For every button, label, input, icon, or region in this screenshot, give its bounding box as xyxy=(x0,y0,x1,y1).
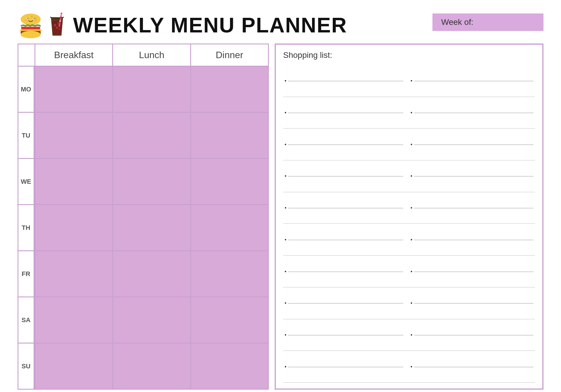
su-breakfast[interactable] xyxy=(34,344,112,389)
svg-point-8 xyxy=(25,19,27,21)
item-line xyxy=(288,208,403,208)
main-content: Breakfast Lunch Dinner MO TU WE xyxy=(18,44,543,390)
tu-breakfast[interactable] xyxy=(34,113,112,158)
bullet-icon: • xyxy=(285,173,286,179)
shopping-item[interactable]: • xyxy=(409,97,535,129)
item-line xyxy=(414,145,534,145)
su-dinner[interactable] xyxy=(190,344,268,389)
shopping-item[interactable]: • xyxy=(283,319,409,351)
shopping-item[interactable]: • xyxy=(409,224,535,256)
lunch-header: Lunch xyxy=(112,44,190,66)
item-line xyxy=(414,303,534,303)
bullet-icon: • xyxy=(285,110,286,116)
bullet-icon: • xyxy=(411,142,412,148)
shopping-item[interactable]: • xyxy=(409,192,535,224)
day-label-mo: MO xyxy=(18,67,34,112)
mo-dinner[interactable] xyxy=(190,67,268,112)
shopping-item[interactable]: • xyxy=(409,160,535,192)
su-lunch[interactable] xyxy=(112,344,190,389)
breakfast-header: Breakfast xyxy=(34,44,112,66)
we-dinner[interactable] xyxy=(190,159,268,204)
shopping-item[interactable]: • xyxy=(283,160,409,192)
fr-lunch[interactable] xyxy=(112,251,190,296)
mo-lunch[interactable] xyxy=(112,67,190,112)
day-label-col-header xyxy=(18,44,34,66)
planner-header-row: Breakfast Lunch Dinner xyxy=(18,44,268,67)
shopping-item[interactable]: • xyxy=(409,319,535,351)
sa-lunch[interactable] xyxy=(112,297,190,343)
shopping-item[interactable]: • xyxy=(409,256,535,287)
item-line xyxy=(288,335,403,335)
item-line xyxy=(288,145,403,145)
bullet-icon: • xyxy=(285,78,286,84)
shopping-list-title: Shopping list: xyxy=(283,51,535,60)
day-label-su: SU xyxy=(18,344,34,389)
row-thursday: TH xyxy=(18,205,268,251)
svg-rect-20 xyxy=(59,20,61,22)
shopping-item[interactable]: • xyxy=(409,129,535,160)
bullet-icon: • xyxy=(285,300,286,306)
shopping-item[interactable]: • xyxy=(283,129,409,160)
dinner-header: Dinner xyxy=(190,44,268,66)
day-label-tu: TU xyxy=(18,113,34,158)
logo-area xyxy=(18,12,67,38)
svg-rect-10 xyxy=(21,27,40,29)
svg-point-15 xyxy=(56,27,58,29)
svg-point-12 xyxy=(21,31,41,38)
shopping-item[interactable]: • xyxy=(409,287,535,319)
shopping-item[interactable]: • xyxy=(283,256,409,287)
shopping-item[interactable]: • xyxy=(283,287,409,319)
we-breakfast[interactable] xyxy=(34,159,112,204)
bullet-icon: • xyxy=(285,237,286,243)
week-of-box[interactable]: Week of: xyxy=(432,13,543,31)
shopping-item[interactable]: • xyxy=(409,351,535,383)
fr-dinner[interactable] xyxy=(190,251,268,296)
day-label-th: TH xyxy=(18,205,34,250)
item-line xyxy=(414,113,534,113)
tu-lunch[interactable] xyxy=(112,113,190,158)
item-line xyxy=(288,240,403,240)
bullet-icon: • xyxy=(411,364,412,370)
svg-point-0 xyxy=(21,13,41,25)
item-line xyxy=(414,335,534,335)
page: WEEKLY MENU PLANNER Week of: Breakfast L… xyxy=(9,6,552,386)
item-line xyxy=(288,367,403,367)
item-line xyxy=(288,272,403,272)
bullet-icon: • xyxy=(285,364,286,370)
meal-planner: Breakfast Lunch Dinner MO TU WE xyxy=(18,44,269,390)
item-line xyxy=(288,176,403,176)
sa-breakfast[interactable] xyxy=(34,297,112,343)
shopping-item[interactable]: • xyxy=(283,192,409,224)
th-dinner[interactable] xyxy=(190,205,268,250)
shopping-item[interactable]: • xyxy=(409,65,535,97)
bullet-icon: • xyxy=(285,269,286,275)
shopping-items-grid: • • • • • • • • • • • • • • • xyxy=(283,65,535,383)
svg-rect-21 xyxy=(51,22,63,23)
row-tuesday: TU xyxy=(18,113,268,159)
th-breakfast[interactable] xyxy=(34,205,112,250)
tu-dinner[interactable] xyxy=(190,113,268,158)
bullet-icon: • xyxy=(411,237,412,243)
mo-breakfast[interactable] xyxy=(34,67,112,112)
drink-icon xyxy=(47,12,67,38)
shopping-item[interactable]: • xyxy=(283,65,409,97)
row-monday: MO xyxy=(18,67,268,113)
bullet-icon: • xyxy=(285,142,286,148)
fr-breakfast[interactable] xyxy=(34,251,112,296)
shopping-item[interactable]: • xyxy=(283,97,409,129)
th-lunch[interactable] xyxy=(112,205,190,250)
row-wednesday: WE xyxy=(18,159,268,205)
shopping-item[interactable]: • xyxy=(283,351,409,383)
header: WEEKLY MENU PLANNER Week of: xyxy=(18,12,543,38)
week-of-label: Week of: xyxy=(441,18,473,27)
bullet-icon: • xyxy=(411,78,412,84)
item-line xyxy=(414,176,534,176)
svg-point-13 xyxy=(54,24,56,26)
we-lunch[interactable] xyxy=(112,159,190,204)
sa-dinner[interactable] xyxy=(190,297,268,343)
burger-icon xyxy=(18,12,44,38)
bullet-icon: • xyxy=(411,173,412,179)
shopping-item[interactable]: • xyxy=(283,224,409,256)
item-line xyxy=(288,303,403,303)
svg-point-7 xyxy=(34,18,35,19)
